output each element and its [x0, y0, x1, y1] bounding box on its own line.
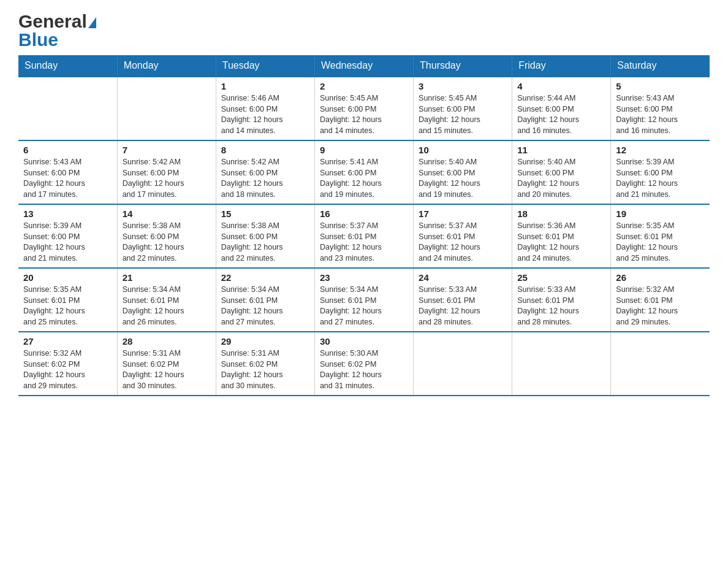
calendar-cell: 2Sunrise: 5:45 AM Sunset: 6:00 PM Daylig… [314, 77, 413, 140]
calendar-cell [512, 332, 611, 396]
calendar-cell: 1Sunrise: 5:46 AM Sunset: 6:00 PM Daylig… [216, 77, 314, 140]
logo-blue-label: Blue [18, 31, 58, 49]
calendar-cell: 7Sunrise: 5:42 AM Sunset: 6:00 PM Daylig… [117, 140, 216, 204]
weekday-header-monday: Monday [117, 55, 216, 77]
day-info: Sunrise: 5:40 AM Sunset: 6:00 PM Dayligh… [517, 157, 605, 200]
day-info: Sunrise: 5:35 AM Sunset: 6:01 PM Dayligh… [23, 285, 112, 327]
logo-triangle-icon [88, 17, 96, 28]
calendar-cell: 18Sunrise: 5:36 AM Sunset: 6:01 PM Dayli… [512, 204, 611, 268]
calendar-cell: 20Sunrise: 5:35 AM Sunset: 6:01 PM Dayli… [18, 268, 117, 332]
calendar-cell: 29Sunrise: 5:31 AM Sunset: 6:02 PM Dayli… [216, 332, 314, 396]
day-number: 11 [517, 145, 605, 155]
day-info: Sunrise: 5:38 AM Sunset: 6:00 PM Dayligh… [221, 221, 309, 264]
weekday-header-sunday: Sunday [18, 55, 117, 77]
calendar-cell [117, 77, 216, 140]
day-number: 9 [320, 145, 408, 155]
calendar-cell: 13Sunrise: 5:39 AM Sunset: 6:00 PM Dayli… [18, 204, 117, 268]
day-info: Sunrise: 5:32 AM Sunset: 6:01 PM Dayligh… [616, 285, 705, 327]
logo: General Blue [18, 12, 96, 49]
weekday-header-thursday: Thursday [414, 55, 512, 77]
day-number: 12 [616, 145, 705, 155]
calendar-cell: 17Sunrise: 5:37 AM Sunset: 6:01 PM Dayli… [414, 204, 512, 268]
page-header: General Blue [18, 12, 710, 49]
day-number: 3 [419, 81, 507, 91]
day-info: Sunrise: 5:45 AM Sunset: 6:00 PM Dayligh… [320, 93, 408, 136]
calendar-cell: 19Sunrise: 5:35 AM Sunset: 6:01 PM Dayli… [611, 204, 710, 268]
day-info: Sunrise: 5:41 AM Sunset: 6:00 PM Dayligh… [320, 157, 408, 200]
day-number: 19 [616, 209, 705, 219]
calendar-cell: 9Sunrise: 5:41 AM Sunset: 6:00 PM Daylig… [314, 140, 413, 204]
day-number: 14 [123, 209, 211, 219]
calendar-cell [611, 332, 710, 396]
day-number: 18 [517, 209, 605, 219]
weekday-header-row: SundayMondayTuesdayWednesdayThursdayFrid… [18, 55, 710, 77]
calendar-week-row: 13Sunrise: 5:39 AM Sunset: 6:00 PM Dayli… [18, 204, 710, 268]
day-number: 1 [221, 81, 309, 91]
calendar-cell: 12Sunrise: 5:39 AM Sunset: 6:00 PM Dayli… [611, 140, 710, 204]
logo-general-text: General [18, 12, 87, 31]
day-info: Sunrise: 5:31 AM Sunset: 6:02 PM Dayligh… [221, 348, 309, 391]
calendar-cell: 16Sunrise: 5:37 AM Sunset: 6:01 PM Dayli… [314, 204, 413, 268]
calendar-cell: 30Sunrise: 5:30 AM Sunset: 6:02 PM Dayli… [314, 332, 413, 396]
calendar-cell: 14Sunrise: 5:38 AM Sunset: 6:00 PM Dayli… [117, 204, 216, 268]
day-info: Sunrise: 5:38 AM Sunset: 6:00 PM Dayligh… [123, 221, 211, 264]
calendar-cell: 27Sunrise: 5:32 AM Sunset: 6:02 PM Dayli… [18, 332, 117, 396]
day-number: 20 [23, 272, 112, 283]
logo-combined: General Blue [18, 12, 96, 49]
day-info: Sunrise: 5:45 AM Sunset: 6:00 PM Dayligh… [419, 93, 507, 136]
day-info: Sunrise: 5:43 AM Sunset: 6:00 PM Dayligh… [616, 93, 705, 136]
day-number: 5 [616, 81, 705, 91]
weekday-header-friday: Friday [512, 55, 611, 77]
day-info: Sunrise: 5:42 AM Sunset: 6:00 PM Dayligh… [221, 157, 309, 200]
day-number: 4 [517, 81, 605, 91]
day-info: Sunrise: 5:40 AM Sunset: 6:00 PM Dayligh… [419, 157, 507, 200]
calendar-cell: 28Sunrise: 5:31 AM Sunset: 6:02 PM Dayli… [117, 332, 216, 396]
day-info: Sunrise: 5:37 AM Sunset: 6:01 PM Dayligh… [419, 221, 507, 264]
calendar-cell: 24Sunrise: 5:33 AM Sunset: 6:01 PM Dayli… [414, 268, 512, 332]
day-number: 17 [419, 209, 507, 219]
day-info: Sunrise: 5:39 AM Sunset: 6:00 PM Dayligh… [23, 221, 112, 264]
calendar-cell: 11Sunrise: 5:40 AM Sunset: 6:00 PM Dayli… [512, 140, 611, 204]
day-info: Sunrise: 5:46 AM Sunset: 6:00 PM Dayligh… [221, 93, 309, 136]
day-number: 23 [320, 272, 408, 283]
calendar-cell [414, 332, 512, 396]
calendar-cell: 26Sunrise: 5:32 AM Sunset: 6:01 PM Dayli… [611, 268, 710, 332]
day-number: 15 [221, 209, 309, 219]
day-info: Sunrise: 5:42 AM Sunset: 6:00 PM Dayligh… [123, 157, 211, 200]
day-number: 16 [320, 209, 408, 219]
calendar-cell: 10Sunrise: 5:40 AM Sunset: 6:00 PM Dayli… [414, 140, 512, 204]
day-info: Sunrise: 5:33 AM Sunset: 6:01 PM Dayligh… [419, 285, 507, 327]
calendar-cell: 22Sunrise: 5:34 AM Sunset: 6:01 PM Dayli… [216, 268, 314, 332]
day-number: 2 [320, 81, 408, 91]
day-info: Sunrise: 5:37 AM Sunset: 6:01 PM Dayligh… [320, 221, 408, 264]
day-info: Sunrise: 5:32 AM Sunset: 6:02 PM Dayligh… [23, 348, 112, 391]
day-info: Sunrise: 5:35 AM Sunset: 6:01 PM Dayligh… [616, 221, 705, 264]
day-info: Sunrise: 5:39 AM Sunset: 6:00 PM Dayligh… [616, 157, 705, 200]
day-number: 21 [123, 272, 211, 283]
calendar-table: SundayMondayTuesdayWednesdayThursdayFrid… [18, 55, 710, 396]
day-number: 10 [419, 145, 507, 155]
calendar-cell [18, 77, 117, 140]
calendar-cell: 23Sunrise: 5:34 AM Sunset: 6:01 PM Dayli… [314, 268, 413, 332]
calendar-cell: 5Sunrise: 5:43 AM Sunset: 6:00 PM Daylig… [611, 77, 710, 140]
day-number: 28 [123, 336, 211, 347]
day-number: 27 [23, 336, 112, 347]
day-number: 22 [221, 272, 309, 283]
day-number: 26 [616, 272, 705, 283]
day-number: 24 [419, 272, 507, 283]
calendar-cell: 8Sunrise: 5:42 AM Sunset: 6:00 PM Daylig… [216, 140, 314, 204]
day-info: Sunrise: 5:34 AM Sunset: 6:01 PM Dayligh… [221, 285, 309, 327]
day-info: Sunrise: 5:30 AM Sunset: 6:02 PM Dayligh… [320, 348, 408, 391]
calendar-cell: 15Sunrise: 5:38 AM Sunset: 6:00 PM Dayli… [216, 204, 314, 268]
day-info: Sunrise: 5:34 AM Sunset: 6:01 PM Dayligh… [123, 285, 211, 327]
calendar-cell: 6Sunrise: 5:43 AM Sunset: 6:00 PM Daylig… [18, 140, 117, 204]
day-info: Sunrise: 5:44 AM Sunset: 6:00 PM Dayligh… [517, 93, 605, 136]
day-number: 6 [23, 145, 112, 155]
day-info: Sunrise: 5:31 AM Sunset: 6:02 PM Dayligh… [123, 348, 211, 391]
day-number: 8 [221, 145, 309, 155]
weekday-header-tuesday: Tuesday [216, 55, 314, 77]
calendar-cell: 4Sunrise: 5:44 AM Sunset: 6:00 PM Daylig… [512, 77, 611, 140]
calendar-cell: 21Sunrise: 5:34 AM Sunset: 6:01 PM Dayli… [117, 268, 216, 332]
calendar-week-row: 6Sunrise: 5:43 AM Sunset: 6:00 PM Daylig… [18, 140, 710, 204]
day-number: 30 [320, 336, 408, 347]
